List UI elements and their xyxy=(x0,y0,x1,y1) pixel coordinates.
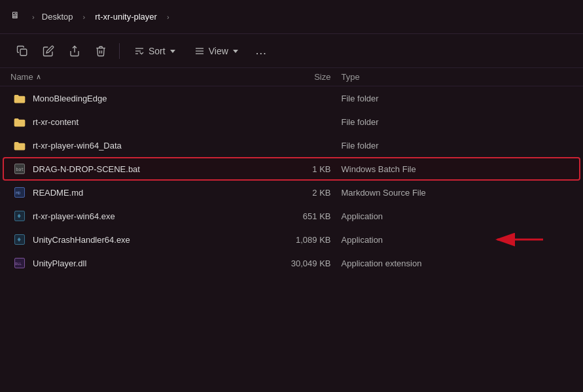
breadcrumb-sep-0: › xyxy=(30,13,37,21)
file-name-cell: DLL UnityPlayer.dll xyxy=(13,257,253,270)
file-list-header: Name ∧ Size Type xyxy=(0,68,583,86)
copy-button[interactable] xyxy=(10,39,34,63)
md-icon: MD xyxy=(13,186,26,199)
file-name-text: rt-xr-content xyxy=(33,117,79,127)
breadcrumb-sep-2: › xyxy=(165,13,171,21)
file-type-cell: Application xyxy=(331,235,571,245)
file-name-text: MonoBleedingEdge xyxy=(33,94,107,103)
column-type: Type xyxy=(331,72,573,82)
file-type-cell: Application xyxy=(331,211,571,221)
column-size[interactable]: Size xyxy=(253,72,331,82)
svg-marker-5 xyxy=(170,50,175,53)
more-button[interactable]: … xyxy=(249,39,273,63)
file-name-cell: UnityCrashHandler64.exe xyxy=(13,233,253,246)
dll-icon: DLL xyxy=(13,257,26,270)
share-button[interactable] xyxy=(63,39,86,63)
file-size-cell: 1 KB xyxy=(253,164,331,174)
file-name-text: README.md xyxy=(33,188,83,198)
table-row[interactable]: rt-xr-player-win64.exe 651 KB Applicatio… xyxy=(3,204,580,228)
file-type-cell: File folder xyxy=(331,117,571,127)
file-name-text: rt-xr-player-win64_Data xyxy=(33,141,122,151)
file-size-cell: 651 KB xyxy=(253,211,331,221)
sort-arrow-icon: ∧ xyxy=(36,73,41,81)
exe-icon xyxy=(13,209,26,223)
file-type-cell: Windows Batch File xyxy=(331,164,571,174)
sort-chevron-icon xyxy=(169,48,176,54)
titlebar: 🖥 › Desktop › rt-xr-unity-player › xyxy=(0,0,583,34)
file-name-cell: rt-xr-content xyxy=(13,115,253,128)
file-name-cell: bat DRAG-N-DROP-SCENE.bat xyxy=(13,162,253,175)
md-icon: MD xyxy=(13,186,26,199)
table-row[interactable]: MD README.md 2 KB Markdown Source File xyxy=(3,181,580,204)
file-name-cell: MD README.md xyxy=(13,186,253,199)
table-row[interactable]: bat DRAG-N-DROP-SCENE.bat 1 KB Windows B… xyxy=(3,157,580,181)
file-name-cell: rt-xr-player-win64_Data xyxy=(13,139,253,152)
folder-icon xyxy=(13,139,26,152)
view-button[interactable]: View xyxy=(186,42,247,60)
file-name-text: rt-xr-player-win64.exe xyxy=(33,211,115,221)
file-type-cell: File folder xyxy=(331,94,571,103)
file-list: MonoBleedingEdge File folder rt-xr-conte… xyxy=(0,86,583,275)
table-row[interactable]: UnityCrashHandler64.exe 1,089 KB Applica… xyxy=(3,228,580,251)
exe-icon xyxy=(13,209,26,223)
svg-marker-9 xyxy=(233,50,238,53)
toolbar-divider xyxy=(119,43,120,59)
file-name-cell: MonoBleedingEdge xyxy=(13,92,253,105)
delete-button[interactable] xyxy=(89,39,113,63)
file-name-text: UnityPlayer.dll xyxy=(33,258,86,268)
exe-icon xyxy=(13,233,26,246)
file-size-cell: 1,089 KB xyxy=(253,235,331,245)
table-row[interactable]: MonoBleedingEdge File folder xyxy=(3,86,580,110)
table-row[interactable]: rt-xr-player-win64_Data File folder xyxy=(3,134,580,157)
rename-button[interactable] xyxy=(37,39,60,63)
svg-rect-0 xyxy=(20,49,27,56)
file-name-cell: rt-xr-player-win64.exe xyxy=(13,209,253,223)
breadcrumb-current[interactable]: rt-xr-unity-player xyxy=(90,9,162,24)
view-icon xyxy=(194,46,205,56)
monitor-icon: 🖥 xyxy=(10,10,25,24)
view-chevron-icon xyxy=(232,48,239,54)
svg-text:DLL: DLL xyxy=(15,262,22,266)
file-size-cell: 2 KB xyxy=(253,188,331,198)
sort-button[interactable]: Sort xyxy=(126,42,184,60)
breadcrumb-sep-1: › xyxy=(80,13,87,21)
exe-icon xyxy=(13,233,26,246)
toolbar: Sort View … xyxy=(0,34,583,68)
table-row[interactable]: rt-xr-content File folder xyxy=(3,110,580,134)
file-size-cell: 30,049 KB xyxy=(253,258,331,268)
svg-text:bat: bat xyxy=(16,167,24,172)
view-label: View xyxy=(209,46,228,56)
bat-icon: bat xyxy=(13,162,26,175)
folder-icon xyxy=(13,92,26,105)
svg-text:MD: MD xyxy=(16,191,21,195)
folder-icon xyxy=(13,115,26,128)
file-type-cell: Application extension xyxy=(331,258,571,268)
breadcrumb: Desktop › rt-xr-unity-player › xyxy=(37,9,171,24)
sort-label: Sort xyxy=(149,46,166,56)
table-row[interactable]: DLL UnityPlayer.dll 30,049 KB Applicatio… xyxy=(3,251,580,275)
file-name-text: UnityCrashHandler64.exe xyxy=(33,235,130,245)
bat-icon: bat xyxy=(13,162,26,175)
file-type-cell: File folder xyxy=(331,141,571,151)
dll-icon: DLL xyxy=(13,257,26,270)
column-name[interactable]: Name ∧ xyxy=(10,72,253,82)
file-type-cell: Markdown Source File xyxy=(331,188,571,198)
file-name-text: DRAG-N-DROP-SCENE.bat xyxy=(33,164,140,174)
breadcrumb-desktop[interactable]: Desktop xyxy=(37,9,79,24)
